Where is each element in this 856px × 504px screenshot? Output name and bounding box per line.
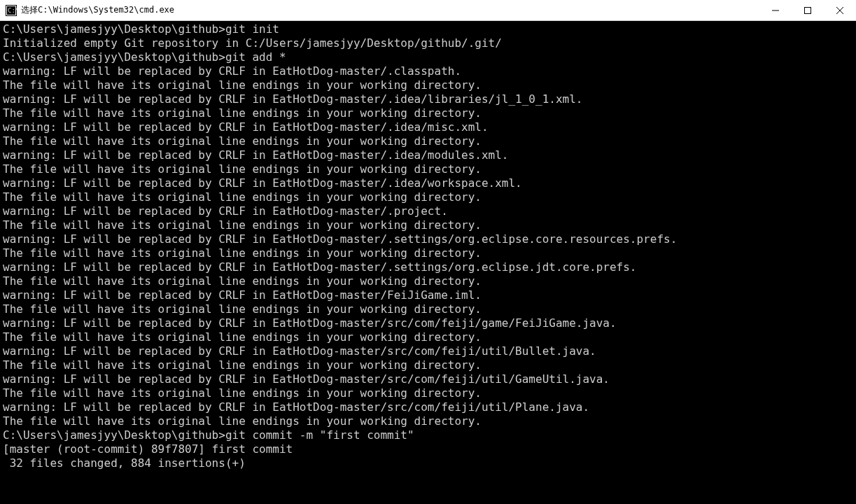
terminal-line: warning: LF will be replaced by CRLF in … <box>3 344 853 358</box>
terminal-line: C:\Users\jamesjyy\Desktop\github>git ini… <box>3 22 853 36</box>
terminal-line: 32 files changed, 884 insertions(+) <box>3 456 853 470</box>
terminal-line: Initialized empty Git repository in C:/U… <box>3 36 853 50</box>
titlebar[interactable]: C:\ 选择C:\Windows\System32\cmd.exe <box>0 0 856 21</box>
window-title: 选择C:\Windows\System32\cmd.exe <box>21 4 174 16</box>
cmd-window: C:\ 选择C:\Windows\System32\cmd.exe C:\Use… <box>0 0 856 504</box>
terminal-line: The file will have its original line end… <box>3 134 853 148</box>
cmd-icon: C:\ <box>6 5 17 16</box>
terminal-line: The file will have its original line end… <box>3 302 853 316</box>
terminal-line: warning: LF will be replaced by CRLF in … <box>3 148 853 162</box>
terminal-line: The file will have its original line end… <box>3 274 853 288</box>
terminal-line: The file will have its original line end… <box>3 162 853 176</box>
minimize-button[interactable] <box>759 0 792 20</box>
svg-text:C:\: C:\ <box>8 7 17 14</box>
terminal-line: warning: LF will be replaced by CRLF in … <box>3 288 853 302</box>
terminal-line: [master (root-commit) 89f7807] first com… <box>3 442 853 456</box>
terminal-line: The file will have its original line end… <box>3 414 853 428</box>
terminal-line: warning: LF will be replaced by CRLF in … <box>3 64 853 78</box>
terminal-line: The file will have its original line end… <box>3 190 853 204</box>
terminal-line: warning: LF will be replaced by CRLF in … <box>3 232 853 246</box>
terminal-line: warning: LF will be replaced by CRLF in … <box>3 176 853 190</box>
terminal-output[interactable]: C:\Users\jamesjyy\Desktop\github>git ini… <box>0 21 856 504</box>
terminal-line: The file will have its original line end… <box>3 246 853 260</box>
maximize-button[interactable] <box>792 0 824 20</box>
terminal-line: warning: LF will be replaced by CRLF in … <box>3 316 853 330</box>
terminal-line: The file will have its original line end… <box>3 386 853 400</box>
terminal-line: The file will have its original line end… <box>3 218 853 232</box>
close-button[interactable] <box>824 0 856 20</box>
terminal-line: C:\Users\jamesjyy\Desktop\github>git com… <box>3 428 853 442</box>
titlebar-left: C:\ 选择C:\Windows\System32\cmd.exe <box>0 4 174 16</box>
terminal-line: warning: LF will be replaced by CRLF in … <box>3 400 853 414</box>
window-controls <box>759 0 856 20</box>
terminal-line: The file will have its original line end… <box>3 78 853 92</box>
terminal-line: warning: LF will be replaced by CRLF in … <box>3 372 853 386</box>
terminal-line: warning: LF will be replaced by CRLF in … <box>3 120 853 134</box>
terminal-line: warning: LF will be replaced by CRLF in … <box>3 204 853 218</box>
svg-rect-4 <box>805 7 811 13</box>
terminal-line: warning: LF will be replaced by CRLF in … <box>3 260 853 274</box>
terminal-line: The file will have its original line end… <box>3 106 853 120</box>
terminal-line: The file will have its original line end… <box>3 358 853 372</box>
terminal-line: C:\Users\jamesjyy\Desktop\github>git add… <box>3 50 853 64</box>
terminal-line: warning: LF will be replaced by CRLF in … <box>3 92 853 106</box>
terminal-line: The file will have its original line end… <box>3 330 853 344</box>
